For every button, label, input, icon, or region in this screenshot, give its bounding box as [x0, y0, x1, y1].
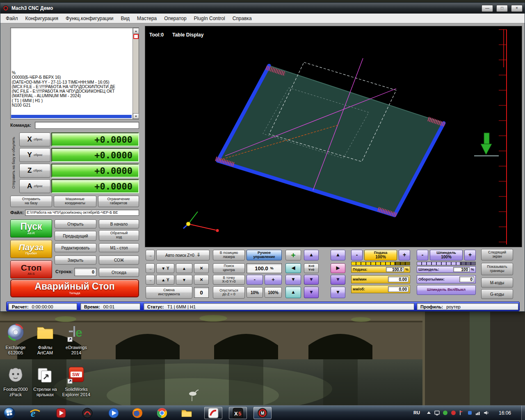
media-player-icon[interactable]	[107, 407, 120, 419]
spindle-override-minus-button[interactable]: -	[417, 250, 428, 260]
corel-x5-task-button[interactable]: X5	[229, 407, 247, 419]
command-input[interactable]	[35, 122, 139, 129]
scroll-up-icon[interactable]: ▲	[133, 28, 139, 34]
menu-plugin-control[interactable]: PlugIn Control	[190, 14, 229, 23]
desktop-icon-solidworks-explorer[interactable]: SW SolidWorks Explorer 2014	[61, 365, 92, 397]
feed-override-minus-button[interactable]: -	[351, 250, 363, 260]
feed-override-reset-button[interactable]: Подача100%	[364, 250, 397, 260]
x-zero-button[interactable]: Xсброс	[19, 132, 50, 146]
cycle-start-button[interactable]: ПускAlt-R	[10, 219, 52, 237]
jog-down-fast-button[interactable]: ▼	[304, 275, 319, 285]
coolant-button[interactable]: СОЖ	[99, 256, 139, 265]
update-tray-icon[interactable]	[450, 410, 457, 416]
a-dro-display[interactable]: +0.0000	[51, 179, 139, 193]
spindle-rpm-display[interactable]: 0	[459, 276, 474, 282]
x-dro-display[interactable]: +0.0000	[51, 132, 139, 146]
emergency-stop-button[interactable]: Аварийный СтопТильда	[10, 279, 139, 297]
stop-button[interactable]: СтопAlt-S	[10, 260, 52, 278]
edit-gcode-button[interactable]: Редактировать	[55, 243, 96, 252]
jog-pct-plus-button[interactable]: +	[265, 275, 282, 285]
follow-screen-button[interactable]: Следящий экран	[481, 249, 513, 260]
prev-line-button[interactable]: Предыдущий	[55, 231, 96, 241]
explorer-folder-icon[interactable]	[180, 407, 193, 419]
toolpath-viewport[interactable]: Tool:0 Table Display	[145, 26, 522, 247]
goto-xy-zero-button[interactable]: X=0 Y=0	[304, 263, 319, 273]
machine-coords-button[interactable]: Машинные координаты	[54, 196, 96, 207]
clock[interactable]: 16:06	[499, 410, 511, 416]
jog-x-minus-button[interactable]: ◀	[285, 263, 301, 273]
tool-change-button[interactable]: Смена инструмента	[146, 286, 192, 299]
jog-percent-display[interactable]: 100.0%	[247, 263, 282, 273]
desktop-icon-artcam-folder[interactable]: Файлы ArtCAM	[30, 323, 61, 355]
graphics-app-task-button[interactable]	[204, 407, 222, 419]
volume-icon[interactable]	[483, 410, 489, 416]
soft-limits-button[interactable]: Ограничение габаритов	[98, 196, 139, 207]
m-codes-button[interactable]: М-коды	[481, 278, 513, 288]
scroll-down-icon[interactable]: ▼	[133, 113, 139, 119]
start-button[interactable]	[3, 407, 16, 419]
jog-a-minus-button[interactable]: ▼	[304, 287, 319, 298]
g-codes-button[interactable]: G-коды	[481, 289, 513, 299]
firefox-icon[interactable]	[131, 407, 144, 419]
desktop-icon-exchange[interactable]: Exchange 612005	[0, 323, 31, 355]
jog-y-minus-button[interactable]: ▼Y	[156, 263, 174, 273]
feed-mm-min-display[interactable]: 0.00	[388, 276, 409, 282]
app-tray-icon[interactable]	[467, 410, 473, 416]
jog-10pct-button[interactable]: 10%	[247, 287, 263, 298]
jog-z-up-button[interactable]: ▲	[285, 287, 301, 298]
ref-all-home-button[interactable]: Отправить на базу	[10, 196, 52, 207]
gcode-scrollbar[interactable]: ▲ ▼	[132, 28, 139, 119]
display-tray-icon[interactable]	[434, 410, 440, 416]
open-file-button[interactable]: Открыть	[55, 219, 96, 228]
jog-mode-button-2[interactable]: →	[146, 275, 155, 285]
jog-pct-minus-button[interactable]: -	[247, 275, 263, 285]
scrollbar-thumb[interactable]	[133, 34, 139, 39]
manual-mode-button[interactable]: Ручное управление	[247, 250, 282, 260]
jog-down-step-button[interactable]: ▼	[331, 275, 345, 285]
close-file-button[interactable]: Закрыть	[55, 256, 96, 265]
line-number-display[interactable]: 0	[74, 268, 96, 276]
laser-position-button[interactable]: В позицию лазера	[213, 250, 245, 260]
desktop-icon-edrawings[interactable]: e eDrawings 2014	[61, 323, 92, 355]
spindle-pct-display[interactable]: 100	[453, 267, 470, 272]
desktop-icon-shortcut-arrows[interactable]: Стрелки на ярлыках	[30, 365, 61, 397]
menu-file[interactable]: Файл	[2, 14, 22, 23]
menu-view[interactable]: Вид	[117, 14, 133, 23]
jog-cancel-button[interactable]: ×	[194, 263, 209, 273]
spindle-toggle-button[interactable]: Шпиндель Вкл/Выкл	[417, 285, 476, 295]
network-tray-icon[interactable]	[475, 410, 481, 416]
action-center-flag-icon[interactable]	[459, 410, 465, 416]
hidden-icons-arrow-icon[interactable]	[426, 410, 432, 416]
z-zero-button[interactable]: Zсброс	[19, 164, 50, 178]
maximize-button[interactable]: □	[496, 5, 508, 12]
show-desktop-button[interactable]	[521, 406, 525, 420]
antivirus-tray-icon[interactable]	[442, 410, 448, 416]
feed-override-plus-button[interactable]: +	[399, 250, 410, 260]
chrome-icon[interactable]	[156, 407, 168, 419]
a-zero-button[interactable]: Aсброс	[19, 179, 50, 193]
feed-hold-button[interactable]: ПаузаПробел	[10, 240, 52, 258]
gcode-list[interactable]: %O0000(Б-ЧЕР-Б ВЕРХ 16) (DATE=DD-MM-YY -…	[10, 27, 139, 119]
spindle-override-plus-button[interactable]: +	[464, 250, 476, 260]
find-center-button[interactable]: Поиск центра	[213, 263, 245, 273]
jog-y-minus-button-2[interactable]: ▼	[176, 275, 192, 285]
show-bounds-button[interactable]: Показывать границы	[481, 263, 513, 275]
language-indicator[interactable]: RU	[413, 410, 420, 415]
run-from-here-button[interactable]: Отсюда	[99, 268, 139, 277]
rewind-button[interactable]: В начало	[99, 219, 139, 228]
menu-wizards[interactable]: Мастера	[133, 14, 160, 23]
jog-pad-button[interactable]: +	[285, 250, 301, 260]
menu-func-config[interactable]: Функц.конфигурации	[62, 14, 117, 23]
menu-operator[interactable]: Оператор	[160, 14, 190, 23]
feed-rate-display[interactable]: 100.0	[386, 267, 404, 272]
close-button[interactable]: ×	[511, 5, 523, 12]
spindle-override-reset-button[interactable]: Шпиндель100%	[430, 250, 463, 260]
jog-up-step-button[interactable]: ▲	[331, 250, 345, 260]
tool-number-display[interactable]: 0	[194, 287, 209, 298]
go-to-z-zero-button[interactable]: Опуститься до Z = 0	[213, 286, 245, 299]
jog-100pct-button[interactable]: 100%	[265, 287, 282, 298]
jog-mode-button[interactable]: →	[146, 263, 155, 273]
desktop-icon-foobar2000[interactable]: Foobar2000 zPack	[0, 365, 31, 397]
jog-step-button[interactable]: →	[146, 250, 155, 260]
mach3-task-button[interactable]: M	[253, 407, 272, 419]
